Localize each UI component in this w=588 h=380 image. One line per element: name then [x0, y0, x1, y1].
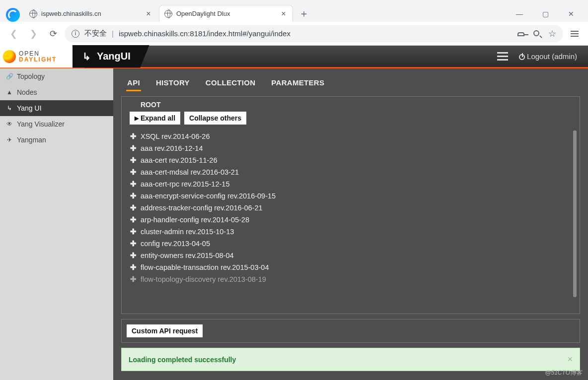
- tab-api[interactable]: API: [126, 75, 141, 91]
- sidebar: 🔗Topology▲Nodes↳Yang UI👁Yang Visualizer✈…: [0, 68, 113, 380]
- sidebar-item-yang-ui[interactable]: ↳Yang UI: [0, 100, 113, 116]
- arrow-icon: ↳: [82, 51, 91, 63]
- sidebar-icon: ↳: [6, 105, 13, 112]
- sidebar-item-label: Nodes: [17, 88, 37, 96]
- plus-icon: ✚: [130, 168, 137, 176]
- plus-icon: ✚: [130, 252, 137, 259]
- close-alert-button[interactable]: ×: [567, 354, 573, 365]
- plus-icon: ✚: [130, 180, 137, 188]
- maximize-button[interactable]: ▢: [538, 10, 552, 18]
- browser-tab-0[interactable]: ispweb.chinaskills.cn ×: [24, 5, 158, 22]
- tree-node-label: aaa-cert-rpc rev.2015-12-15: [141, 180, 229, 188]
- sidebar-item-yangman[interactable]: ✈Yangman: [0, 132, 113, 148]
- plus-icon: ✚: [130, 192, 137, 200]
- tree-node[interactable]: ✚aaa-cert-mdsal rev.2016-03-21: [130, 166, 578, 178]
- tree-node[interactable]: ✚entity-owners rev.2015-08-04: [130, 250, 578, 261]
- url-text: ispweb.chinaskills.cn:8181/index.html#/y…: [119, 29, 291, 38]
- watermark: @51CTO博客: [545, 369, 582, 377]
- collapse-others-label: Collapse others: [189, 114, 241, 122]
- window-controls: — ▢ ✕: [513, 10, 584, 22]
- opendaylight-logo[interactable]: OPEN DAYLIGHT: [0, 45, 84, 68]
- logout-button[interactable]: Logout (admin): [519, 52, 577, 61]
- custom-api-button[interactable]: Custom API request: [127, 324, 203, 337]
- tree-node[interactable]: ✚flow-capable-transaction rev.2015-03-04: [130, 261, 578, 273]
- tab-title: ispweb.chinaskills.cn: [41, 10, 101, 17]
- custom-api-label: Custom API request: [132, 327, 198, 335]
- tree-node[interactable]: ✚arp-handler-config rev.2014-05-28: [130, 214, 578, 226]
- app-menu-button[interactable]: [497, 52, 508, 61]
- sidebar-icon: ▲: [6, 89, 13, 96]
- close-window-button[interactable]: ✕: [564, 10, 578, 18]
- tree-node[interactable]: ✚aaa-encrypt-service-config rev.2016-09-…: [130, 190, 578, 202]
- expand-all-label: Expand all: [141, 114, 175, 122]
- security-label: 不安全: [84, 29, 107, 38]
- tab-title: OpenDaylight Dlux: [176, 10, 230, 17]
- tree-node-label: aaa-cert-mdsal rev.2016-03-21: [141, 168, 239, 176]
- plus-icon: ✚: [130, 228, 137, 236]
- tree-node[interactable]: ✚address-tracker-config rev.2016-06-21: [130, 202, 578, 214]
- app-header: OPEN DAYLIGHT ↳ YangUI Logout (admin): [0, 46, 588, 68]
- root-label: ROOT: [141, 101, 578, 109]
- tree-node[interactable]: ✚flow-topology-discovery rev.2013-08-19: [130, 273, 578, 285]
- alert-text: Loading completed successfully: [129, 356, 236, 364]
- plus-icon: ✚: [130, 144, 137, 152]
- new-tab-button[interactable]: ＋: [297, 6, 311, 20]
- globe-icon: [29, 10, 37, 18]
- reload-button[interactable]: ⟳: [45, 25, 62, 42]
- search-icon[interactable]: [533, 29, 539, 38]
- collapse-others-button[interactable]: Collapse others: [184, 112, 246, 125]
- tree-node[interactable]: ✚XSQL rev.2014-06-26: [130, 130, 578, 142]
- tree-node[interactable]: ✚aaa rev.2016-12-14: [130, 142, 578, 154]
- tab-collection[interactable]: COLLECTION: [205, 75, 257, 91]
- plus-icon: ✚: [130, 275, 137, 283]
- app-title: YangUI: [97, 51, 131, 62]
- sidebar-item-label: Topology: [17, 72, 45, 80]
- tree-node-label: entity-owners rev.2015-08-04: [141, 252, 234, 259]
- sidebar-item-yang-visualizer[interactable]: 👁Yang Visualizer: [0, 116, 113, 132]
- scrollbar[interactable]: [573, 130, 577, 297]
- tree-node[interactable]: ✚aaa-cert-rpc rev.2015-12-15: [130, 178, 578, 190]
- sidebar-item-topology[interactable]: 🔗Topology: [0, 68, 113, 84]
- close-icon[interactable]: ×: [280, 10, 288, 18]
- tree-node[interactable]: ✚config rev.2013-04-05: [130, 238, 578, 250]
- tree-node-label: cluster-admin rev.2015-10-13: [141, 228, 234, 236]
- sidebar-item-nodes[interactable]: ▲Nodes: [0, 84, 113, 100]
- browser-tab-1[interactable]: OpenDaylight Dlux ×: [159, 5, 293, 22]
- tree-node-label: address-tracker-config rev.2016-06-21: [141, 204, 263, 212]
- back-button[interactable]: ❮: [5, 25, 22, 42]
- logout-label: Logout (admin): [527, 52, 577, 61]
- tree-node-label: aaa-encrypt-service-config rev.2016-09-1…: [141, 192, 276, 200]
- bookmark-icon[interactable]: ☆: [548, 28, 556, 39]
- tree-node[interactable]: ✚cluster-admin rev.2015-10-13: [130, 226, 578, 238]
- tab-parameters[interactable]: PARAMETERS: [270, 75, 325, 91]
- plus-icon: ✚: [130, 263, 137, 271]
- browser-menu-button[interactable]: [566, 25, 583, 42]
- sidebar-item-label: Yang UI: [17, 104, 42, 112]
- power-icon: [519, 54, 525, 60]
- key-icon[interactable]: [517, 29, 524, 38]
- sidebar-icon: ✈: [6, 136, 13, 143]
- plus-icon: ✚: [130, 132, 137, 140]
- tab-history[interactable]: HISTORY: [155, 75, 191, 91]
- forward-button[interactable]: ❯: [25, 25, 42, 42]
- address-bar[interactable]: i 不安全 | ispweb.chinaskills.cn:8181/index…: [65, 25, 563, 42]
- plus-icon: ✚: [130, 216, 137, 224]
- tree-node-label: arp-handler-config rev.2014-05-28: [141, 216, 249, 224]
- info-icon[interactable]: i: [72, 30, 79, 38]
- sidebar-icon: 👁: [6, 121, 13, 127]
- close-icon[interactable]: ×: [145, 10, 152, 18]
- tree-node-label: flow-topology-discovery rev.2013-08-19: [141, 275, 266, 283]
- separator: |: [112, 29, 114, 38]
- status-alert: Loading completed successfully ×: [121, 348, 580, 371]
- plus-icon: ✚: [130, 240, 137, 248]
- minimize-button[interactable]: —: [513, 10, 526, 18]
- tree-node[interactable]: ✚aaa-cert rev.2015-11-26: [130, 154, 578, 166]
- sidebar-item-label: Yang Visualizer: [17, 120, 65, 128]
- plus-icon: ✚: [130, 204, 137, 212]
- expand-all-button[interactable]: ▶Expand all: [130, 112, 180, 125]
- module-tree: ✚XSQL rev.2014-06-26✚aaa rev.2016-12-14✚…: [130, 130, 578, 312]
- tree-node-label: flow-capable-transaction rev.2015-03-04: [141, 263, 269, 271]
- tree-node-label: config rev.2013-04-05: [141, 240, 210, 248]
- globe-icon: [164, 10, 172, 18]
- api-panel: ROOT ▶Expand all Collapse others ✚XSQL r…: [121, 96, 580, 314]
